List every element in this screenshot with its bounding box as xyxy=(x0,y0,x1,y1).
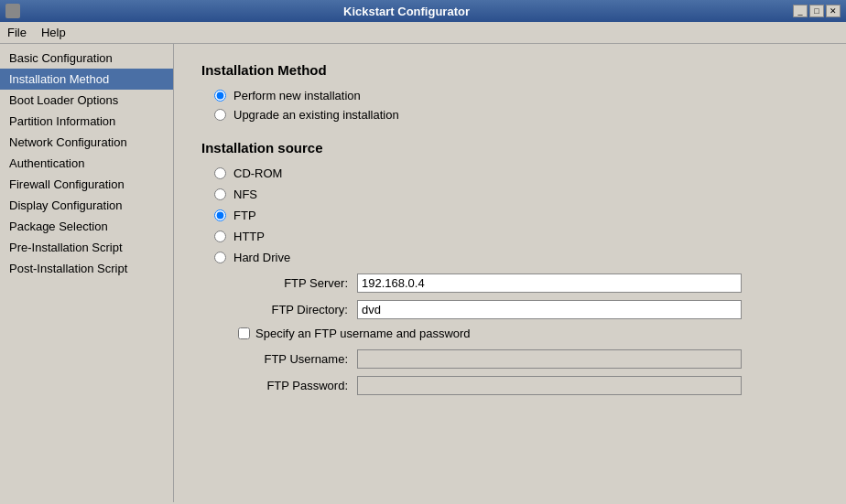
close-button[interactable]: ✕ xyxy=(826,5,841,17)
nfs-radio[interactable] xyxy=(214,188,226,200)
sidebar-item-boot-loader-options[interactable]: Boot Loader Options xyxy=(0,90,173,111)
sidebar-item-post-installation-script[interactable]: Post-Installation Script xyxy=(0,258,173,279)
sidebar-item-package-selection[interactable]: Package Selection xyxy=(0,216,173,237)
menu-help[interactable]: Help xyxy=(34,24,73,41)
hard-drive-row: Hard Drive xyxy=(214,251,819,264)
ftp-password-row: FTP Password: xyxy=(238,376,819,395)
ftp-credentials-fields: FTP Username: FTP Password: xyxy=(238,349,819,395)
sidebar-item-display-configuration[interactable]: Display Configuration xyxy=(0,195,173,216)
sidebar-item-partition-information[interactable]: Partition Information xyxy=(0,111,173,132)
maximize-button[interactable]: □ xyxy=(809,5,824,17)
title-bar: Kickstart Configurator _ □ ✕ xyxy=(0,0,846,22)
ftp-label: FTP xyxy=(233,209,256,222)
specify-ftp-label: Specify an FTP username and password xyxy=(255,327,471,340)
ftp-directory-input[interactable] xyxy=(357,300,742,319)
cdrom-radio[interactable] xyxy=(214,167,226,179)
sidebar-item-pre-installation-script[interactable]: Pre-Installation Script xyxy=(0,237,173,258)
menu-bar: File Help xyxy=(0,22,846,44)
ftp-username-label: FTP Username: xyxy=(238,352,348,366)
sidebar-item-basic-configuration[interactable]: Basic Configuration xyxy=(0,48,173,69)
app-icon xyxy=(5,4,20,18)
installation-source-section: Installation source CD-ROM NFS FTP HTTP xyxy=(201,140,819,395)
source-options-group: CD-ROM NFS FTP HTTP Hard Drive xyxy=(214,166,819,264)
cdrom-label: CD-ROM xyxy=(233,166,282,180)
nfs-row: NFS xyxy=(214,188,819,201)
sidebar: Basic Configuration Installation Method … xyxy=(0,44,174,502)
hard-drive-radio[interactable] xyxy=(214,252,226,263)
minimize-button[interactable]: _ xyxy=(793,5,808,17)
http-radio[interactable] xyxy=(214,231,226,242)
menu-file[interactable]: File xyxy=(0,24,34,41)
installation-type-group: Perform new installation Upgrade an exis… xyxy=(214,89,819,122)
ftp-radio[interactable] xyxy=(214,209,226,221)
specify-ftp-checkbox[interactable] xyxy=(238,327,250,339)
ftp-server-row: FTP Server: xyxy=(238,273,819,293)
sidebar-item-firewall-configuration[interactable]: Firewall Configuration xyxy=(0,174,173,195)
upgrade-existing-radio[interactable] xyxy=(214,109,226,121)
installation-method-title: Installation Method xyxy=(201,62,819,78)
ftp-password-label: FTP Password: xyxy=(238,379,348,392)
hard-drive-label: Hard Drive xyxy=(233,251,290,264)
ftp-directory-row: FTP Directory: xyxy=(238,300,819,319)
cdrom-row: CD-ROM xyxy=(214,166,819,180)
ftp-username-input[interactable] xyxy=(357,349,742,369)
ftp-server-label: FTP Server: xyxy=(238,276,348,290)
nfs-label: NFS xyxy=(233,188,257,201)
http-row: HTTP xyxy=(214,230,819,243)
http-label: HTTP xyxy=(233,230,265,243)
ftp-username-row: FTP Username: xyxy=(238,349,819,369)
ftp-server-input[interactable] xyxy=(357,273,742,293)
installation-source-title: Installation source xyxy=(201,140,819,155)
upgrade-existing-label: Upgrade an existing installation xyxy=(233,108,399,122)
ftp-fields: FTP Server: FTP Directory: xyxy=(238,273,819,319)
sidebar-item-authentication[interactable]: Authentication xyxy=(0,153,173,174)
upgrade-existing-row: Upgrade an existing installation xyxy=(214,108,819,122)
perform-new-radio[interactable] xyxy=(214,90,226,102)
ftp-row: FTP xyxy=(214,209,819,222)
sidebar-item-network-configuration[interactable]: Network Configuration xyxy=(0,132,173,153)
window-title: Kickstart Configurator xyxy=(20,5,793,18)
content-area: Installation Method Perform new installa… xyxy=(174,44,846,502)
sidebar-item-installation-method[interactable]: Installation Method xyxy=(0,69,173,90)
main-container: Basic Configuration Installation Method … xyxy=(0,44,846,502)
specify-ftp-credentials-row: Specify an FTP username and password xyxy=(238,327,819,340)
perform-new-label: Perform new installation xyxy=(233,89,361,102)
ftp-directory-label: FTP Directory: xyxy=(238,303,348,316)
ftp-password-input[interactable] xyxy=(357,376,742,395)
perform-new-installation-row: Perform new installation xyxy=(214,89,819,102)
window-controls: _ □ ✕ xyxy=(793,5,841,17)
